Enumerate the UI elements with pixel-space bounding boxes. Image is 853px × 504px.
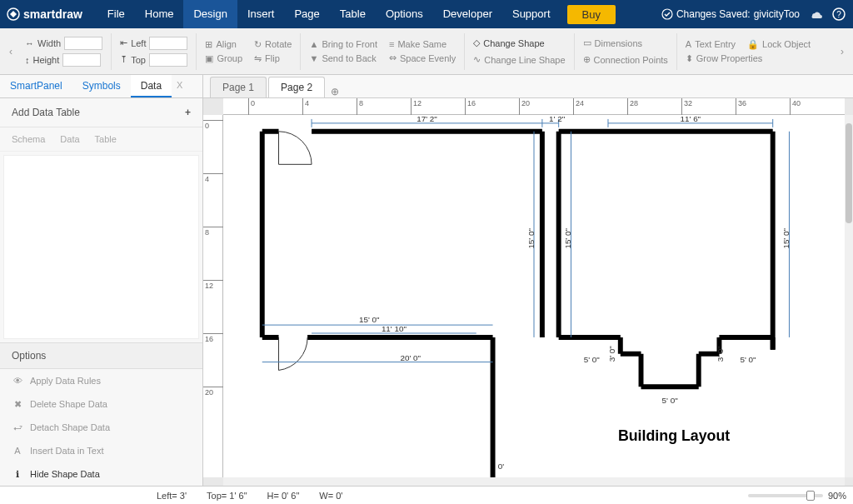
data-subtab-table[interactable]: Table <box>95 134 117 144</box>
data-table-blank-area <box>3 155 199 339</box>
data-subtab-data[interactable]: Data <box>60 134 79 144</box>
info-icon: ℹ <box>12 468 23 480</box>
A-icon: A <box>12 445 23 457</box>
grow-props-button[interactable]: ⬍Grow Properties <box>686 53 811 64</box>
send-back-button[interactable]: ▼Send to Back <box>309 52 377 63</box>
plan-title: Building Layout <box>618 427 730 444</box>
menu-home[interactable]: Home <box>135 0 184 28</box>
data-subtab-schema[interactable]: Schema <box>12 134 45 144</box>
group-button[interactable]: ▣Group <box>205 53 242 64</box>
ribbon-group-shape: ◇Change Shape ∿Change Line Shape <box>465 33 574 70</box>
top-label: Top <box>131 55 146 65</box>
status-bar: Left= 3' Top= 1' 6" H= 0' 6" W= 0' 90% <box>0 486 853 504</box>
plus-icon: + <box>185 107 191 118</box>
ribbon-group-size: ↔Width ↕Height <box>17 33 112 70</box>
flip-button[interactable]: ⇋Flip <box>254 53 292 64</box>
left-input[interactable] <box>149 37 187 50</box>
horizontal-ruler: 0481216202428323640 <box>223 98 845 115</box>
option-delete-shape-data[interactable]: ✖Delete Shape Data <box>0 392 202 416</box>
conn-points-button[interactable]: ⊕Connection Points <box>583 54 668 65</box>
side-tab-data[interactable]: Data <box>131 75 172 97</box>
logo-icon <box>7 7 20 21</box>
data-panel: Add Data Table + SchemaDataTable Options… <box>0 98 203 486</box>
ribbon-prev-arrow[interactable]: ‹ <box>5 28 17 75</box>
option-detach-shape-data[interactable]: ⮐Detach Shape Data <box>0 416 202 439</box>
top-input[interactable] <box>149 53 187 67</box>
doc-tab-page-1[interactable]: Page 1 <box>210 77 267 97</box>
close-panel-icon[interactable]: X <box>172 75 187 97</box>
menu-file[interactable]: File <box>97 0 135 28</box>
save-status: Changes Saved: givicityToo <box>661 8 800 20</box>
bring-front-button[interactable]: ▲Bring to Front <box>309 39 377 49</box>
top-icon: ⤒ <box>120 54 127 65</box>
ribbon-group-arrange1: ⊞Align ↻Rotate ▣Group ⇋Flip <box>197 33 301 70</box>
data-subtabs: SchemaDataTable <box>0 127 202 152</box>
menu-options[interactable]: Options <box>376 0 433 28</box>
ribbon-group-arrange2: ▲Bring to Front ≡Make Same ▼Send to Back… <box>301 33 465 70</box>
help-icon[interactable]: ? <box>831 7 846 22</box>
menu-bar: smartdraw FileHomeDesignInsertPageTableO… <box>0 0 853 28</box>
left-label: Left <box>131 38 146 48</box>
height-label: Height <box>33 55 60 65</box>
menu-insert[interactable]: Insert <box>237 0 285 28</box>
option-insert-data-in-text[interactable]: AInsert Data in Text <box>0 439 202 462</box>
align-button[interactable]: ⊞Align <box>205 39 242 50</box>
app-logo: smartdraw <box>7 7 82 21</box>
side-tab-symbols[interactable]: Symbols <box>72 75 131 97</box>
menu-items: FileHomeDesignInsertPageTableOptionsDeve… <box>97 0 561 28</box>
make-same-button[interactable]: ≡Make Same <box>389 39 456 49</box>
x-icon: ✖ <box>12 398 23 410</box>
save-status-user: givicityToo <box>754 8 800 20</box>
menu-developer[interactable]: Developer <box>433 0 502 28</box>
dimensions-button[interactable]: ▭Dimensions <box>583 37 668 48</box>
add-data-table-row[interactable]: Add Data Table + <box>0 98 202 127</box>
save-status-prefix: Changes Saved: <box>676 8 751 20</box>
menu-page[interactable]: Page <box>284 0 329 28</box>
dim-15-0-d: 15' 0" <box>359 315 380 324</box>
side-tab-smartpanel[interactable]: SmartPanel <box>0 75 72 97</box>
doc-tab-page-2[interactable]: Page 2 <box>268 77 325 97</box>
dim-20-0: 20' 0" <box>400 353 421 362</box>
dim-3-0-b: 3' 0" <box>716 346 725 362</box>
lock-object-button[interactable]: 🔒Lock Object <box>747 39 811 50</box>
zoom-value: 90% <box>828 491 846 501</box>
menu-support[interactable]: Support <box>502 0 561 28</box>
menu-design[interactable]: Design <box>183 0 237 28</box>
change-shape-button[interactable]: ◇Change Shape <box>473 37 565 48</box>
status-left: Left= 3' <box>157 491 187 501</box>
zoom-slider[interactable] <box>748 494 823 497</box>
rotate-button[interactable]: ↻Rotate <box>254 39 292 50</box>
dim-3-0-a: 3' 0" <box>607 346 616 362</box>
drawing-canvas[interactable]: 17' 2" 1' 2" 11' 6" 15' 0" 15' 0" 15' 0"… <box>223 115 845 477</box>
svg-text:?: ? <box>836 10 841 19</box>
width-icon: ↔ <box>25 38 34 48</box>
menu-table[interactable]: Table <box>330 0 376 28</box>
options-header: Options <box>0 342 202 369</box>
eye-icon: 👁 <box>12 375 23 387</box>
vertical-scrollbar[interactable] <box>845 115 853 477</box>
vertical-ruler: 048121620 <box>203 115 223 477</box>
left-icon: ⇤ <box>120 37 127 48</box>
buy-button[interactable]: Buy <box>567 5 616 24</box>
height-icon: ↕ <box>25 55 30 65</box>
space-evenly-button[interactable]: ⇔Space Evenly <box>389 52 456 63</box>
change-line-button[interactable]: ∿Change Line Shape <box>473 54 565 65</box>
option-apply-data-rules[interactable]: 👁Apply Data Rules <box>0 369 202 392</box>
dim-15-0-a: 15' 0" <box>526 228 536 249</box>
cloud-icon[interactable] <box>808 7 823 22</box>
side-panel-tabs: SmartPanelSymbolsDataX <box>0 75 203 97</box>
horizontal-scrollbar[interactable] <box>223 477 845 486</box>
option-hide-shape-data[interactable]: ℹHide Shape Data <box>0 462 202 486</box>
dim-15-0-c: 15' 0" <box>781 228 791 249</box>
width-input[interactable] <box>64 37 102 50</box>
status-h: H= 0' 6" <box>267 491 300 501</box>
text-entry-button[interactable]: AText Entry <box>686 39 736 50</box>
status-w: W= 0' <box>319 491 342 501</box>
ribbon-next-arrow[interactable]: › <box>836 28 848 75</box>
width-label: Width <box>37 38 61 48</box>
height-input[interactable] <box>62 53 101 67</box>
zoom-control[interactable]: 90% <box>748 491 846 501</box>
dim-15-0-b: 15' 0" <box>563 228 572 249</box>
add-page-icon[interactable]: ⊕ <box>327 86 343 97</box>
canvas-area: 0481216202428323640 048121620 <box>203 98 853 486</box>
